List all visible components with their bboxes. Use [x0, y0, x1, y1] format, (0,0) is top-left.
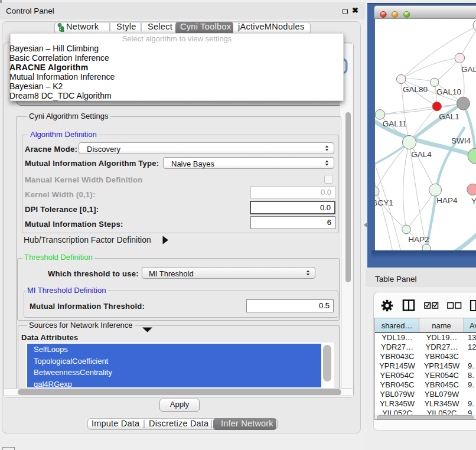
svg-text:HAP2: HAP2 [408, 235, 429, 244]
svg-text:SWI4: SWI4 [451, 136, 471, 145]
svg-text:HAP4: HAP4 [436, 196, 458, 205]
svg-text:GCY1: GCY1 [375, 198, 393, 207]
svg-text:GAL11: GAL11 [383, 119, 407, 128]
svg-text:GAL7: GAL7 [461, 65, 476, 74]
svg-text:GAL1: GAL1 [439, 112, 459, 121]
svg-text:YM: YM [471, 197, 476, 206]
svg-text:GAL10: GAL10 [436, 87, 461, 96]
svg-text:GAL80: GAL80 [403, 85, 428, 94]
svg-text:GAL4: GAL4 [411, 150, 432, 159]
